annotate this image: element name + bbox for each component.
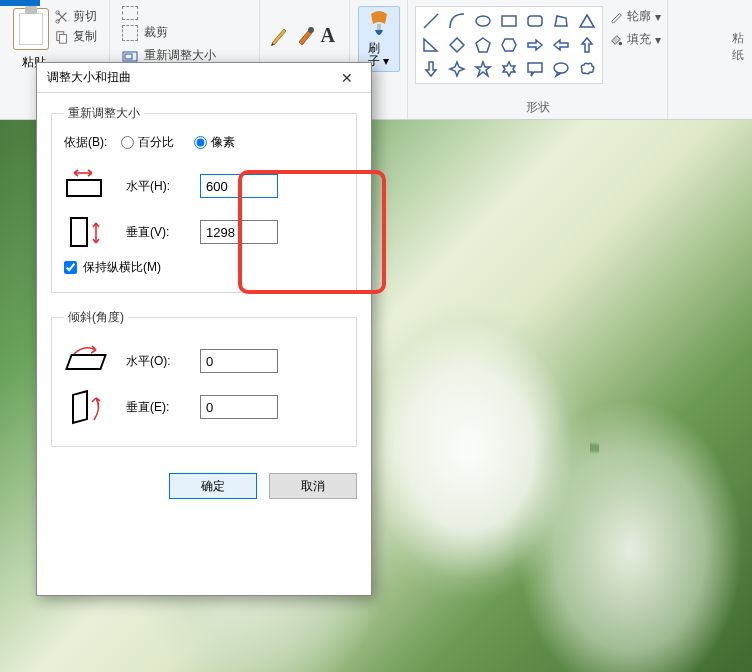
radio-percent[interactable]: 百分比	[121, 134, 174, 151]
horizontal-input[interactable]	[200, 174, 278, 198]
radio-pixels-input[interactable]	[194, 136, 207, 149]
outline-label: 轮廓	[627, 8, 651, 25]
keep-aspect-label: 保持纵横比(M)	[83, 259, 161, 276]
shape-pentagon[interactable]	[471, 34, 495, 56]
shapes-group-label: 形状	[526, 99, 550, 119]
shape-star4[interactable]	[445, 58, 469, 80]
shape-polygon[interactable]	[549, 10, 573, 32]
copy-button[interactable]: 复制	[55, 28, 97, 45]
shape-arrow-left[interactable]	[549, 34, 573, 56]
shape-arrow-down[interactable]	[419, 58, 443, 80]
resize-skew-dialog: 调整大小和扭曲 ✕ 重新调整大小 依据(B): 百分比 像素	[36, 62, 372, 596]
svg-point-12	[618, 41, 622, 45]
skew-horizontal-input[interactable]	[200, 349, 278, 373]
resize-legend: 重新调整大小	[64, 105, 144, 122]
keep-aspect-checkbox[interactable]	[64, 261, 77, 274]
svg-rect-10	[528, 16, 542, 26]
resize-horizontal-icon	[64, 171, 108, 201]
crop-label: 裁剪	[144, 24, 168, 41]
vertical-label: 垂直(V):	[126, 224, 200, 241]
ribbon-group-shapes: 轮廓 ▾ 填充 ▾ 形状	[408, 0, 668, 119]
crop-icon	[122, 25, 138, 41]
radio-percent-input[interactable]	[121, 136, 134, 149]
copy-label: 复制	[73, 28, 97, 45]
ok-button[interactable]: 确定	[169, 473, 257, 499]
close-button[interactable]: ✕	[327, 65, 367, 91]
skew-horizontal-icon	[64, 346, 108, 376]
shape-oval[interactable]	[471, 10, 495, 32]
shape-outline-button[interactable]: 轮廓 ▾	[609, 8, 661, 25]
brush-icon	[365, 10, 393, 40]
keep-aspect-row[interactable]: 保持纵横比(M)	[64, 259, 344, 276]
shape-callout-cloud[interactable]	[575, 58, 599, 80]
select-button[interactable]	[122, 6, 138, 20]
svg-rect-9	[502, 16, 516, 26]
svg-rect-3	[59, 34, 66, 43]
skew-vertical-icon	[64, 392, 108, 422]
shape-triangle[interactable]	[575, 10, 599, 32]
eyedropper-icon[interactable]	[295, 24, 315, 46]
cut-button[interactable]: 剪切	[55, 8, 97, 25]
cancel-button[interactable]: 取消	[269, 473, 357, 499]
basis-label: 依据(B):	[64, 134, 107, 151]
svg-rect-5	[125, 54, 132, 59]
shape-right-triangle[interactable]	[419, 34, 443, 56]
svg-point-8	[476, 16, 490, 26]
skew-fieldset: 倾斜(角度) 水平(O): 垂直(E):	[51, 309, 357, 447]
ribbon-far-right: 粘 纸	[732, 0, 752, 64]
svg-point-11	[554, 63, 568, 73]
shape-roundrect[interactable]	[523, 10, 547, 32]
copy-icon	[55, 30, 69, 44]
cut-label: 剪切	[73, 8, 97, 25]
svg-rect-7	[377, 24, 381, 30]
shape-diamond[interactable]	[445, 34, 469, 56]
skew-vertical-label: 垂直(E):	[126, 399, 200, 416]
selection-icon	[122, 6, 138, 20]
skew-legend: 倾斜(角度)	[64, 309, 128, 326]
shape-fill-button[interactable]: 填充 ▾	[609, 31, 661, 48]
shape-arrow-up[interactable]	[575, 34, 599, 56]
skew-horizontal-label: 水平(O):	[126, 353, 200, 370]
fill-icon	[609, 33, 623, 47]
svg-point-6	[308, 27, 314, 33]
shape-rect[interactable]	[497, 10, 521, 32]
outline-icon	[609, 10, 623, 24]
text-icon[interactable]: A	[321, 24, 341, 46]
shape-star6[interactable]	[497, 58, 521, 80]
radio-percent-label: 百分比	[138, 134, 174, 151]
shape-hexagon[interactable]	[497, 34, 521, 56]
resize-vertical-icon	[64, 217, 108, 247]
dialog-titlebar[interactable]: 调整大小和扭曲 ✕	[37, 63, 371, 93]
shape-curve[interactable]	[445, 10, 469, 32]
radio-pixels[interactable]: 像素	[194, 134, 235, 151]
shape-callout-rect[interactable]	[523, 58, 547, 80]
shapes-gallery[interactable]	[415, 6, 603, 84]
clipboard-icon	[13, 8, 49, 50]
vertical-input[interactable]	[200, 220, 278, 244]
fill-label: 填充	[627, 31, 651, 48]
radio-pixels-label: 像素	[211, 134, 235, 151]
close-icon: ✕	[341, 70, 353, 86]
skew-vertical-input[interactable]	[200, 395, 278, 419]
shape-callout-round[interactable]	[549, 58, 573, 80]
resize-fieldset: 重新调整大小 依据(B): 百分比 像素 水平(H):	[51, 105, 357, 293]
dialog-title: 调整大小和扭曲	[47, 69, 131, 86]
shape-line[interactable]	[419, 10, 443, 32]
scissors-icon	[55, 10, 69, 24]
shape-star5[interactable]	[471, 58, 495, 80]
horizontal-label: 水平(H):	[126, 178, 200, 195]
pencil-icon[interactable]	[269, 24, 289, 46]
crop-button[interactable]: 裁剪	[122, 24, 168, 41]
shape-arrow-right[interactable]	[523, 34, 547, 56]
